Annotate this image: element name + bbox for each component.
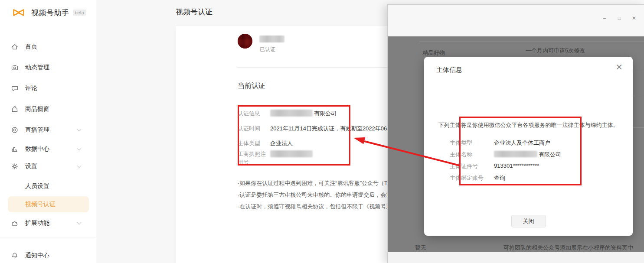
field-label: 主体绑定账号 — [450, 174, 494, 182]
modal-row-subject-id: 主体证件号 913301************ — [450, 162, 539, 170]
camera-icon — [11, 64, 19, 71]
sidebar-subitem-label: 视频号认证 — [25, 201, 56, 208]
overlay-window: − □ ✕ 精品好物 一个月内可申请5次修改 暂无 可将团队的相关公众号添加展示… — [387, 4, 644, 263]
comment-icon — [11, 84, 19, 92]
dimmed-row-divider — [633, 96, 644, 96]
field-value-suffix: 有限公司 — [539, 151, 561, 159]
bell-icon — [11, 252, 19, 260]
modal-row-subject-name: 主体名称 有限公司 — [450, 151, 561, 159]
page-title: 视频号认证 — [176, 7, 212, 17]
field-label: 主体类型 — [238, 140, 270, 148]
dimmed-row-divider — [633, 70, 644, 70]
puzzle-icon — [11, 219, 19, 227]
sidebar-item-notification-center[interactable]: 通知中心 — [0, 250, 96, 262]
sidebar-item-shop-window[interactable]: 商品橱窗 — [0, 103, 96, 115]
chevron-down-icon — [77, 221, 82, 225]
app-logo: 视频号助手 beta — [12, 6, 86, 19]
sidebar-divider — [0, 237, 96, 237]
chevron-down-icon — [77, 146, 82, 151]
chevron-down-icon — [77, 127, 82, 132]
modal-close-icon[interactable]: ✕ — [615, 63, 623, 71]
sidebar-item-label: 动态管理 — [25, 64, 49, 71]
window-minimize-button[interactable]: − — [597, 13, 612, 24]
app-title: 视频号助手 — [31, 8, 69, 18]
dimmed-label-modify-limit: 一个月内可申请5次修改 — [526, 47, 585, 55]
field-value: 913301************ — [494, 162, 539, 170]
dimmed-divider — [419, 42, 644, 42]
sidebar-item-settings[interactable]: 设置 — [0, 160, 96, 172]
field-row-cert-info: 认证信息 有限公司 — [238, 110, 337, 118]
field-value: 企业法人及个体工商户 — [494, 139, 550, 147]
field-value: 企业法人 — [270, 140, 293, 148]
gear-icon — [11, 162, 19, 170]
redacted-value — [270, 150, 313, 157]
live-icon — [11, 126, 19, 134]
channels-logo-icon — [12, 6, 25, 19]
sidebar-item-label: 评论 — [25, 84, 37, 92]
sidebar-item-label: 直播管理 — [25, 126, 49, 134]
sidebar-item-label: 商品橱窗 — [25, 105, 49, 113]
window-bottom-strip — [388, 252, 644, 263]
dimmed-label-team-accounts: 可将团队的相关公众号添加展示在小程序的资料页中 — [503, 244, 633, 252]
sidebar-item-label: 扩展功能 — [25, 219, 49, 227]
field-label: 认证时间 — [238, 125, 270, 133]
field-label: 主体证件号 — [450, 162, 494, 170]
dimmed-label-featured: 精品好物 — [422, 49, 445, 57]
sidebar-item-label: 首页 — [25, 43, 37, 51]
field-label: 主体名称 — [450, 151, 494, 159]
certified-status: 已认证 — [260, 46, 275, 53]
field-row-cert-time: 认证时间 2021年11月14日完成认证，有效期至2022年06月11日 — [238, 125, 404, 133]
bag-icon — [11, 105, 19, 113]
redacted-value — [494, 151, 537, 157]
home-icon — [11, 43, 19, 51]
note-line: ·如果你在认证过程中遇到困难，可关注“腾讯客服”公众号（Tencent_ — [238, 179, 407, 187]
sidebar-item-channel-certification[interactable]: 视频号认证 — [8, 196, 89, 212]
window-maximize-button[interactable]: □ — [612, 13, 627, 24]
sidebar-item-live[interactable]: 直播管理 — [0, 124, 96, 136]
subject-info-modal: 主体信息 ✕ 下列主体将是你使用微信公众平台各项服务的唯一法律主体与缔约主体。 … — [424, 57, 633, 236]
field-row-entity-type: 主体类型 企业法人 — [238, 140, 293, 148]
chevron-down-icon — [77, 164, 82, 168]
field-label: 工商执照注册号 — [238, 150, 267, 167]
sidebar-subitem-label: 人员设置 — [25, 182, 49, 190]
window-close-button[interactable]: ✕ — [627, 13, 641, 24]
app-root: 视频号助手 beta 首页 动态管理 评论 商品橱窗 直播管理 数据中心 — [0, 0, 644, 263]
section-title: 当前认证 — [238, 81, 265, 91]
field-label: 认证信息 — [238, 110, 270, 118]
avatar — [238, 34, 252, 49]
sidebar-item-label: 设置 — [25, 162, 37, 170]
sidebar-item-home[interactable]: 首页 — [0, 41, 96, 53]
field-value: 2021年11月14日完成认证，有效期至2022年06月11日 — [270, 125, 404, 133]
dimmed-label-none: 暂无 — [415, 244, 426, 252]
account-name-redacted — [259, 36, 284, 42]
modal-intro-text: 下列主体将是你使用微信公众平台各项服务的唯一法律主体与缔约主体。 — [424, 121, 633, 129]
field-row-license-number: 工商执照注册号 — [238, 150, 314, 167]
sidebar-item-extensions[interactable]: 扩展功能 — [0, 217, 96, 229]
query-link[interactable]: 查询 — [494, 174, 505, 182]
modal-title: 主体信息 — [436, 66, 462, 74]
modal-row-subject-type: 主体类型 企业法人及个体工商户 — [450, 139, 550, 147]
chart-icon — [11, 145, 19, 153]
avatar-blur — [238, 34, 252, 49]
modal-row-bound-account: 主体绑定账号 查询 — [450, 174, 505, 182]
sidebar-item-data-center[interactable]: 数据中心 — [0, 143, 96, 155]
sidebar-item-label: 数据中心 — [25, 145, 49, 153]
beta-badge: beta — [73, 10, 86, 16]
modal-close-button[interactable]: 关闭 — [511, 215, 546, 227]
sidebar-item-personnel-settings[interactable]: 人员设置 — [0, 180, 96, 192]
sidebar-item-label: 通知中心 — [25, 252, 49, 260]
field-label: 主体类型 — [450, 139, 494, 147]
sidebar-item-moments[interactable]: 动态管理 — [0, 62, 96, 74]
sidebar-item-comments[interactable]: 评论 — [0, 82, 96, 94]
sidebar: 视频号助手 beta 首页 动态管理 评论 商品橱窗 直播管理 数据中心 — [0, 0, 96, 263]
field-value-suffix: 有限公司 — [314, 110, 337, 117]
dimmed-row-divider — [633, 127, 644, 128]
window-titlebar[interactable]: − □ ✕ — [388, 5, 644, 36]
redacted-value — [270, 110, 313, 117]
